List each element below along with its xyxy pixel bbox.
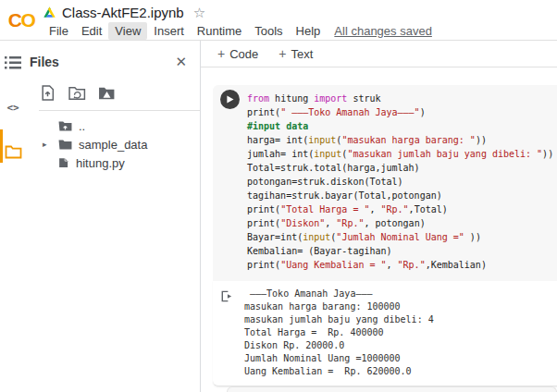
files-panel: Files ✕ bbox=[26, 41, 201, 392]
code-line: #input data bbox=[247, 119, 553, 133]
files-panel-title: Files bbox=[30, 55, 59, 69]
title-area: Class-AktFE2.ipynb ☆ FileEditViewInsertR… bbox=[43, 0, 432, 40]
code-line: Total=struk.total(harga,jumlah) bbox=[247, 161, 553, 175]
output-area: ———Toko Amanah Jaya———masukan harga bara… bbox=[213, 281, 557, 386]
icon-rail: <> bbox=[0, 41, 26, 392]
code-line: Bayar=int(input("Jumlah Nominal Uang =" … bbox=[247, 230, 553, 244]
files-rail-icon[interactable] bbox=[4, 142, 22, 161]
code-snippets-icon[interactable]: <> bbox=[4, 98, 22, 116]
folder-icon bbox=[58, 139, 72, 151]
menu-view[interactable]: View bbox=[108, 22, 147, 40]
plus-icon: + bbox=[278, 46, 286, 61]
notebook-title[interactable]: Class-AktFE2.ipynb bbox=[62, 5, 184, 20]
notebook-content: from hitung import strukprint(" ———Toko … bbox=[201, 67, 557, 392]
plus-icon: + bbox=[217, 46, 225, 61]
code-line: from hitung import struk bbox=[247, 92, 553, 105]
upload-file-icon[interactable] bbox=[39, 85, 56, 101]
output-text: ———Toko Amanah Jaya———masukan harga bara… bbox=[244, 288, 553, 378]
tree-item-label: .. bbox=[79, 119, 85, 133]
table-of-contents-icon[interactable] bbox=[4, 54, 22, 72]
add-text-label: Text bbox=[291, 47, 313, 61]
output-line: ———Toko Amanah Jaya——— bbox=[244, 288, 553, 300]
output-line: Total Harga = Rp. 400000 bbox=[244, 326, 553, 339]
tree-item-label: hitung.py bbox=[76, 156, 125, 170]
mount-drive-icon[interactable] bbox=[98, 85, 116, 101]
run-cell-button[interactable] bbox=[220, 90, 240, 109]
output-line: Uang Kembalian = Rp. 620000.0 bbox=[244, 365, 553, 378]
app-header: CO Class-AktFE2.ipynb ☆ FileEditViewInse… bbox=[0, 0, 557, 41]
colab-app: CO Class-AktFE2.ipynb ☆ FileEditViewInse… bbox=[0, 0, 557, 392]
chevron-right-icon[interactable]: ▸ bbox=[43, 140, 52, 149]
code-area: from hitung import strukprint(" ———Toko … bbox=[213, 85, 557, 281]
close-icon[interactable]: ✕ bbox=[175, 54, 187, 70]
add-code-label: Code bbox=[229, 47, 258, 61]
code-line: print("Diskon", "Rp.", potongan) bbox=[247, 216, 553, 230]
output-line: masukan jumlah baju yang dibeli: 4 bbox=[244, 313, 553, 326]
add-text-button[interactable]: + Text bbox=[271, 43, 320, 65]
code-line: print("Total Harga = ", "Rp.",Total) bbox=[247, 202, 553, 216]
refresh-folder-icon[interactable] bbox=[68, 85, 86, 101]
code-line: potongan=struk.diskon(Total) bbox=[247, 175, 553, 189]
code-line: jumlah= int(input("masukan jumlah baju y… bbox=[247, 147, 553, 161]
tree-item-sample-data[interactable]: ▸ sample_data bbox=[43, 135, 200, 153]
cell-output-icon[interactable] bbox=[219, 289, 233, 303]
next-cell-peek[interactable] bbox=[227, 386, 557, 392]
colab-logo-left: C bbox=[8, 9, 21, 31]
menu-file[interactable]: File bbox=[43, 22, 75, 40]
folder-up-icon bbox=[58, 120, 72, 132]
menu-bar: FileEditViewInsertRuntimeToolsHelp bbox=[43, 22, 327, 40]
file-tree: .. ▸ sample_data hitung.py bbox=[26, 111, 200, 172]
menu-edit[interactable]: Edit bbox=[75, 22, 108, 40]
code-line: print(" ———Toko Amanah Jaya———") bbox=[247, 105, 553, 119]
file-icon bbox=[58, 156, 69, 169]
star-icon[interactable]: ☆ bbox=[193, 5, 205, 21]
drive-icon bbox=[43, 6, 56, 18]
code-line: Kembalian= (Bayar-tagihan) bbox=[247, 244, 553, 258]
menu-insert[interactable]: Insert bbox=[147, 22, 191, 40]
notebook-toolbar: + Code + Text bbox=[201, 41, 557, 67]
code-line: tagihan=struk.bayar(Total,potongan) bbox=[247, 189, 553, 202]
tree-item-label: sample_data bbox=[79, 138, 147, 152]
notebook-main: + Code + Text from hitun bbox=[201, 41, 557, 392]
menu-help[interactable]: Help bbox=[290, 22, 328, 40]
menu-tools[interactable]: Tools bbox=[248, 22, 289, 40]
tree-item-parent-dir[interactable]: .. bbox=[43, 116, 200, 135]
colab-logo[interactable]: CO bbox=[0, 0, 43, 40]
output-line: masukan harga barang: 100000 bbox=[244, 300, 553, 313]
save-status-link[interactable]: All changes saved bbox=[334, 24, 432, 38]
menu-runtime[interactable]: Runtime bbox=[191, 22, 248, 40]
code-line: print("Uang Kembalian = ", "Rp.",Kembali… bbox=[247, 258, 553, 272]
output-line: Jumlah Nominal Uang =1000000 bbox=[244, 352, 553, 365]
add-code-button[interactable]: + Code bbox=[210, 43, 266, 65]
code-line: harga= int(input("masukan harga barang: … bbox=[247, 133, 553, 147]
code-editor[interactable]: from hitung import strukprint(" ———Toko … bbox=[247, 92, 553, 272]
colab-logo-right: O bbox=[20, 9, 34, 31]
active-panel-indicator bbox=[0, 129, 3, 163]
output-line: Diskon Rp. 20000.0 bbox=[244, 339, 553, 352]
tree-item-hitung-py[interactable]: hitung.py bbox=[43, 153, 200, 172]
play-icon bbox=[226, 95, 234, 104]
code-cell: from hitung import strukprint(" ———Toko … bbox=[213, 85, 557, 386]
